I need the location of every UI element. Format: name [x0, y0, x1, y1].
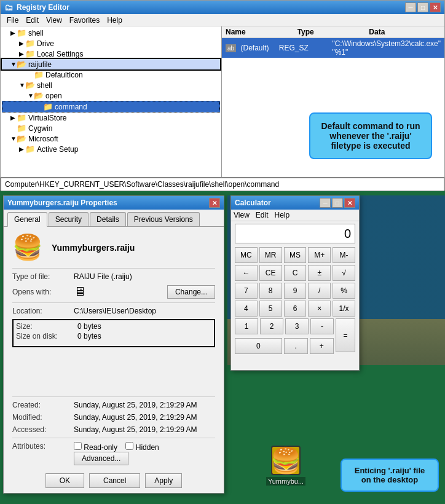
calc-sqrt-button[interactable]: √ [333, 265, 355, 281]
attributes-label: Attributes: [12, 442, 74, 451]
reg-value-type: REG_SZ [279, 44, 333, 52]
registry-editor-menu-bar: File Edit View Favorites Help [1, 14, 444, 26]
calc-divide-button[interactable]: / [308, 283, 331, 299]
tree-item-shell[interactable]: ▶ 📁 shell [2, 28, 220, 38]
calc-2-button[interactable]: 2 [260, 318, 283, 334]
registry-address-text: Computer\HKEY_CURRENT_USER\Software\Clas… [5, 180, 279, 189]
size-on-disk-label: Size on disk: [16, 332, 77, 341]
menu-view[interactable]: View [42, 15, 66, 26]
tree-item-defaulticon[interactable]: 📁 DefaultIcon [2, 69, 220, 80]
calc-multiply-button[interactable]: × [308, 301, 331, 317]
ok-button[interactable]: OK [45, 473, 84, 488]
calc-ms-button[interactable]: MS [284, 247, 307, 263]
maximize-button[interactable]: □ [417, 2, 428, 12]
callout-desktop-raiju: Enticing '.raiju' file on the desktop [341, 459, 439, 492]
registry-right-panel: Name Type Data ab (Default) REG_SZ "C:\W… [222, 26, 444, 177]
calc-minimize-button[interactable]: ─ [320, 198, 331, 208]
location-value: C:\Users\IEUser\Desktop [74, 307, 215, 315]
calc-maximize-button[interactable]: □ [332, 198, 343, 208]
menu-help[interactable]: Help [103, 15, 126, 26]
attributes-row: Attributes: Read-only Hidden Advanced... [12, 442, 215, 465]
calc-percent-button[interactable]: % [333, 283, 355, 299]
readonly-checkbox-label: Read-only [74, 443, 119, 452]
calc-menu-help[interactable]: Help [274, 211, 289, 219]
calc-mminus-button[interactable]: M- [333, 247, 355, 263]
dialog-footer: OK Cancel Apply [4, 473, 224, 488]
tree-item-command[interactable]: 📁 command [2, 101, 220, 112]
calc-menu-edit[interactable]: Edit [256, 211, 269, 219]
size-row: Size: 0 bytes [16, 322, 211, 331]
attributes-value: Read-only Hidden Advanced... [74, 442, 215, 465]
calc-4-button[interactable]: 4 [235, 301, 258, 317]
calculator-window: Calculator ─ □ ✕ View Edit Help 0 MC MR … [230, 195, 360, 371]
properties-dialog-title: Yummyburgers.raiju Properties ✕ [4, 196, 224, 210]
calc-close-button[interactable]: ✕ [344, 198, 355, 208]
calc-7-button[interactable]: 7 [235, 283, 258, 299]
calc-ce-button[interactable]: CE [259, 265, 282, 281]
location-label: Location: [12, 307, 74, 315]
calc-subtract-button[interactable]: - [310, 318, 334, 334]
tree-item-drive[interactable]: ▶ 📁 Drive [2, 38, 220, 49]
calc-c-button[interactable]: C [284, 265, 307, 281]
calculator-title-text: Calculator [235, 199, 271, 207]
close-button[interactable]: ✕ [430, 2, 441, 12]
calc-rows-123-equals: 1 2 3 - 0 . + = [235, 318, 355, 356]
accessed-value: Sunday, August 25, 2019, 2:19:29 AM [74, 425, 215, 434]
calc-mc-button[interactable]: MC [235, 247, 258, 263]
calc-plusminus-button[interactable]: ± [308, 265, 331, 281]
calc-3-button[interactable]: 3 [285, 318, 309, 334]
tab-security[interactable]: Security [49, 212, 89, 226]
menu-file[interactable]: File [3, 15, 22, 26]
calc-9-button[interactable]: 9 [284, 283, 307, 299]
hidden-checkbox[interactable] [125, 442, 133, 450]
registry-row-default[interactable]: ab (Default) REG_SZ "C:\Windows\System32… [222, 38, 444, 58]
apply-button[interactable]: Apply [145, 473, 182, 488]
modified-value: Sunday, August 25, 2019, 2:19:29 AM [74, 413, 215, 422]
calc-backspace-button[interactable]: ← [235, 265, 258, 281]
registry-address-bar[interactable]: Computer\HKEY_CURRENT_USER\Software\Clas… [1, 178, 444, 191]
menu-edit[interactable]: Edit [22, 15, 42, 26]
tab-details[interactable]: Details [90, 212, 126, 226]
filename: Yummyburgers.raiju [52, 243, 135, 253]
callout-desktop-text: Enticing '.raiju' file on the desktop [355, 466, 425, 484]
registry-editor-icon: 🗂 [4, 2, 13, 12]
minimize-button[interactable]: ─ [405, 2, 416, 12]
callout-reg-default-command: Default command to run whenever the '.ra… [309, 112, 432, 159]
calc-equals-button[interactable]: = [336, 318, 355, 352]
calc-8-button[interactable]: 8 [259, 283, 282, 299]
calc-mplus-button[interactable]: M+ [308, 247, 331, 263]
advanced-button[interactable]: Advanced... [74, 452, 128, 465]
tree-item-active-setup[interactable]: ▶ 📁 Active Setup [2, 144, 220, 154]
tree-item-open[interactable]: ▼ 📂 open [2, 90, 220, 101]
size-highlighted-box: Size: 0 bytes Size on disk: 0 bytes [12, 319, 215, 347]
tree-item-local-settings[interactable]: ▶ 📁 Local Settings [2, 49, 220, 59]
calculator-display-value: 0 [344, 227, 351, 241]
column-data: Data [369, 28, 441, 36]
cancel-button[interactable]: Cancel [89, 473, 140, 488]
tree-item-cygwin[interactable]: 📁 Cygwin [2, 123, 220, 133]
properties-close-button[interactable]: ✕ [209, 198, 220, 208]
change-button[interactable]: Change... [167, 285, 215, 299]
calc-mr-button[interactable]: MR [259, 247, 282, 263]
calc-6-button[interactable]: 6 [284, 301, 307, 317]
menu-favorites[interactable]: Favorites [66, 15, 103, 26]
desktop-icon-yummyburgers[interactable]: 🍔 Yummybu... [264, 446, 307, 486]
tree-item-raijufile[interactable]: ▼ 📂 raijufile [2, 59, 220, 69]
calc-5-button[interactable]: 5 [259, 301, 282, 317]
size-label: Size: [16, 322, 77, 331]
calc-dot-button[interactable]: . [284, 338, 308, 354]
calc-menu-view[interactable]: View [234, 211, 250, 219]
tab-general[interactable]: General [7, 212, 47, 227]
registry-main-panel: ▶ 📁 shell ▶ 📁 Drive ▶ 📁 Local Settings [1, 26, 444, 178]
tab-previous-versions[interactable]: Previous Versions [127, 212, 200, 226]
calc-1-button[interactable]: 1 [235, 318, 258, 334]
calc-reciprocal-button[interactable]: 1/x [333, 301, 355, 317]
tree-item-virtualstore[interactable]: ▶ 📁 VirtualStore [2, 112, 220, 123]
readonly-checkbox[interactable] [74, 442, 82, 450]
tree-item-shell2[interactable]: ▼ 📂 shell [2, 80, 220, 90]
calc-0-button[interactable]: 0 [235, 338, 282, 354]
calc-add-button[interactable]: + [310, 338, 334, 354]
tree-item-microsoft[interactable]: ▼ 📂 Microsoft [2, 133, 220, 144]
calc-row-functions: ← CE C ± √ [235, 265, 355, 281]
registry-tree[interactable]: ▶ 📁 shell ▶ 📁 Drive ▶ 📁 Local Settings [1, 26, 222, 177]
